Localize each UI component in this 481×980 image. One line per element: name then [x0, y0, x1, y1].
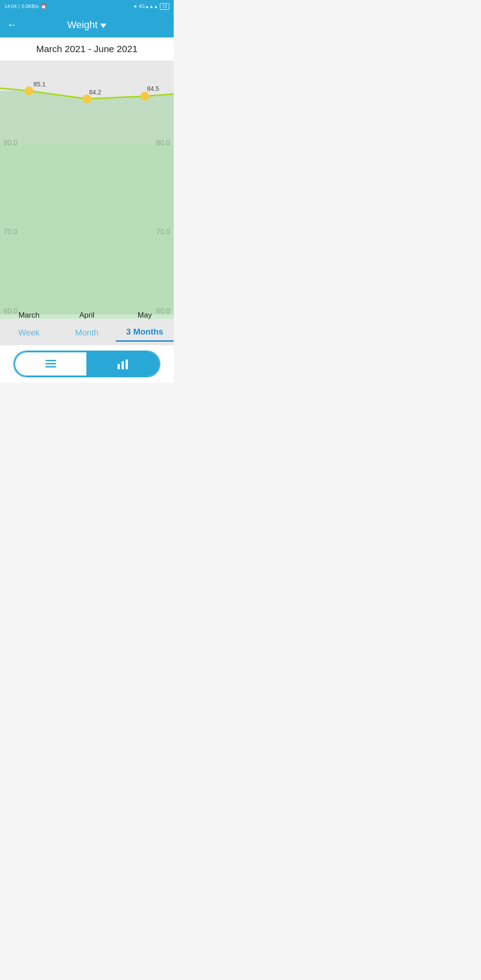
svg-rect-5	[45, 360, 56, 361]
list-icon	[45, 359, 57, 369]
tab-week[interactable]: Week	[0, 325, 58, 341]
alarm-icon: ⏰	[41, 4, 47, 9]
status-network: 0.0KB/s	[21, 4, 39, 9]
svg-rect-10	[126, 359, 128, 369]
data-point-may[interactable]	[140, 92, 149, 101]
header-title: Weight	[67, 19, 106, 31]
status-right: ∗ 4G▲▲▲ 72	[133, 3, 169, 10]
battery-level: 72	[160, 3, 169, 10]
svg-rect-6	[45, 363, 56, 364]
weight-chart: 80.0 70.0 60.0 80.0 70.0 60.0 85.1 84.2 …	[0, 61, 174, 319]
time-tabs: Week Month 3 Months	[0, 319, 174, 345]
svg-rect-8	[118, 364, 120, 369]
data-label-march: 85.1	[33, 81, 45, 88]
header-dropdown-arrow[interactable]	[100, 24, 106, 28]
status-time: 14:04	[4, 4, 17, 9]
signal-icon: 4G▲▲▲	[139, 4, 158, 9]
header-title-text: Weight	[67, 19, 98, 31]
chart-svg: 80.0 70.0 60.0 80.0 70.0 60.0 85.1 84.2 …	[0, 61, 174, 319]
status-divider: |	[19, 4, 20, 9]
bottom-bar	[0, 345, 174, 383]
chart-fill-area	[0, 91, 174, 314]
bluetooth-icon: ∗	[133, 4, 137, 9]
x-label-may: May	[138, 311, 152, 319]
bar-chart-icon	[117, 359, 129, 369]
data-label-may: 84.5	[147, 85, 159, 92]
status-bar: 14:04 | 0.0KB/s ⏰ ∗ 4G▲▲▲ 72	[0, 0, 174, 12]
app-header: ← Weight	[0, 12, 174, 37]
back-button[interactable]: ←	[7, 19, 17, 31]
x-label-march: March	[18, 311, 39, 319]
data-label-april: 84.2	[89, 89, 101, 96]
svg-rect-7	[45, 366, 56, 368]
tab-month[interactable]: Month	[58, 325, 116, 341]
chart-view-button[interactable]	[87, 351, 159, 376]
date-range-label: March 2021 - June 2021	[0, 37, 174, 61]
svg-rect-9	[122, 361, 124, 369]
view-toggle	[13, 351, 160, 377]
battery-indicator: 72	[160, 3, 169, 10]
data-point-march[interactable]	[24, 86, 33, 95]
status-left: 14:04 | 0.0KB/s ⏰	[4, 4, 47, 9]
list-view-button[interactable]	[14, 351, 87, 376]
data-point-april[interactable]	[82, 94, 91, 103]
x-label-april: April	[79, 311, 94, 319]
tab-3months[interactable]: 3 Months	[116, 324, 174, 342]
